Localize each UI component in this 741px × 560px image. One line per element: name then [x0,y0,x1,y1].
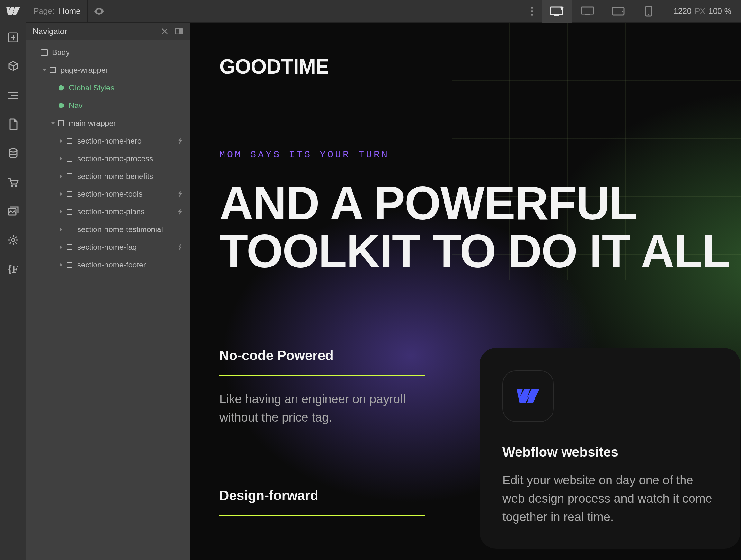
tree-item[interactable]: Body [26,44,190,61]
toggle-arrow-icon[interactable] [58,245,65,249]
toggle-arrow-icon[interactable] [58,175,65,178]
tree-item[interactable]: Nav [26,97,190,114]
eyebrow-text: MOM SAYS ITS YOUR TURN [219,149,741,160]
preview-toggle[interactable] [88,0,110,22]
divider-line [219,515,425,515]
close-panel-button[interactable] [159,26,170,37]
add-element-button[interactable] [7,31,20,44]
tree-item[interactable]: section-home-testimonial [26,221,190,238]
navigator-button[interactable] [7,89,20,102]
headline-line-1: AND A POWERFUL [219,180,741,228]
tree-item-label: Global Styles [69,83,176,92]
more-menu[interactable] [522,0,542,22]
toggle-arrow-icon[interactable] [58,192,65,196]
navigator-tree: Bodypage-wrapperGlobal StylesNavmain-wra… [26,40,190,277]
cms-button[interactable] [7,147,20,160]
box-icon [65,262,74,268]
components-button[interactable] [7,60,20,73]
tablet-landscape-icon [612,7,624,16]
svg-rect-37 [67,262,72,267]
tree-item-label: section-home-plans [77,207,176,216]
interaction-bolt-icon [176,244,185,250]
toggle-arrow-icon[interactable] [41,68,48,72]
svg-rect-26 [41,50,48,55]
breakpoint-desktop[interactable] [572,0,603,22]
svg-point-18 [11,185,13,187]
svg-point-0 [531,7,533,9]
toggle-arrow-icon[interactable] [58,263,65,267]
tree-item-label: section-home-faq [77,243,176,252]
tree-item[interactable]: section-home-tools [26,185,190,203]
tree-item[interactable]: section-home-process [26,150,190,167]
webflow-card-icon [517,389,539,403]
browser-icon [40,49,49,56]
webflow-logo-icon [6,7,20,15]
tree-item[interactable]: page-wrapper [26,61,190,79]
box-icon [65,155,74,162]
webflow-card: Webflow websites Edit your website on da… [480,348,740,549]
card-icon-frame [502,370,554,422]
box-icon [65,138,74,144]
tree-item[interactable]: section-home-faq [26,238,190,256]
page-content: GOODTIME MOM SAYS ITS YOUR TURN AND A PO… [190,22,741,549]
tree-item-label: section-home-process [77,154,176,163]
toggle-arrow-icon[interactable] [58,228,65,231]
page-selector[interactable]: Page: Home [26,0,88,22]
navigator-panel: Navigator Bodypage-wrapperGlobal StylesN… [26,22,190,560]
dock-panel-button[interactable] [174,26,184,37]
interaction-bolt-icon [176,208,185,215]
svg-rect-28 [50,68,55,73]
toggle-arrow-icon[interactable] [58,139,65,143]
webflow-logo[interactable] [0,0,26,22]
mobile-icon [645,6,652,17]
tree-item-label: section-home-benefits [77,172,176,181]
svg-rect-31 [67,156,72,161]
box-icon [65,226,74,233]
page-label: Page: [33,6,54,16]
tree-item[interactable]: section-home-benefits [26,167,190,185]
tree-item[interactable]: main-wrapper [26,114,190,132]
toggle-arrow-icon[interactable] [58,210,65,214]
tree-item[interactable]: section-home-hero [26,132,190,150]
breakpoint-desktop-base[interactable] [542,0,572,22]
px-label: PX [695,6,705,16]
variables-icon: {F [7,263,18,275]
svg-rect-30 [67,138,72,143]
card-text: Edit your website on day one of the web … [502,471,718,526]
tree-item-label: main-wrapper [69,119,176,128]
canvas-size-display: 1220 PX 100 % [664,6,741,16]
tree-item-label: section-home-tools [77,190,176,199]
svg-rect-6 [585,14,590,15]
zoom-level[interactable]: 100 % [709,6,731,16]
svg-rect-29 [59,121,64,126]
breakpoint-tablet[interactable] [603,0,633,22]
symbol-icon [57,84,66,91]
settings-button[interactable] [7,234,20,247]
svg-rect-5 [582,7,594,14]
tree-item[interactable]: section-home-footer [26,256,190,273]
headline-line-2: TOOLKIT TO DO IT ALL [219,228,741,275]
tree-item-label: page-wrapper [60,66,176,75]
svg-point-10 [648,14,649,15]
eye-icon [94,8,104,15]
topbar: Page: Home 1220 PX 100 % [0,0,741,22]
card-title: Webflow websites [502,444,718,460]
assets-button[interactable] [7,205,20,217]
tree-item[interactable]: Global Styles [26,79,190,97]
close-icon [161,28,168,35]
tree-item[interactable]: section-home-plans [26,203,190,221]
canvas[interactable]: GOODTIME MOM SAYS ITS YOUR TURN AND A PO… [190,22,741,560]
svg-point-2 [531,14,533,16]
navigator-header: Navigator [26,22,190,40]
tree-item-label: section-home-hero [77,136,176,145]
variables-button[interactable]: {F [7,263,20,275]
svg-point-21 [12,239,15,242]
tree-item-label: Body [52,48,176,57]
tree-item-label: Nav [69,101,176,110]
toggle-arrow-icon[interactable] [50,121,57,125]
canvas-width[interactable]: 1220 [673,6,691,16]
ecommerce-button[interactable] [7,176,20,189]
toggle-arrow-icon[interactable] [58,157,65,161]
pages-button[interactable] [7,118,20,131]
breakpoint-mobile[interactable] [633,0,664,22]
